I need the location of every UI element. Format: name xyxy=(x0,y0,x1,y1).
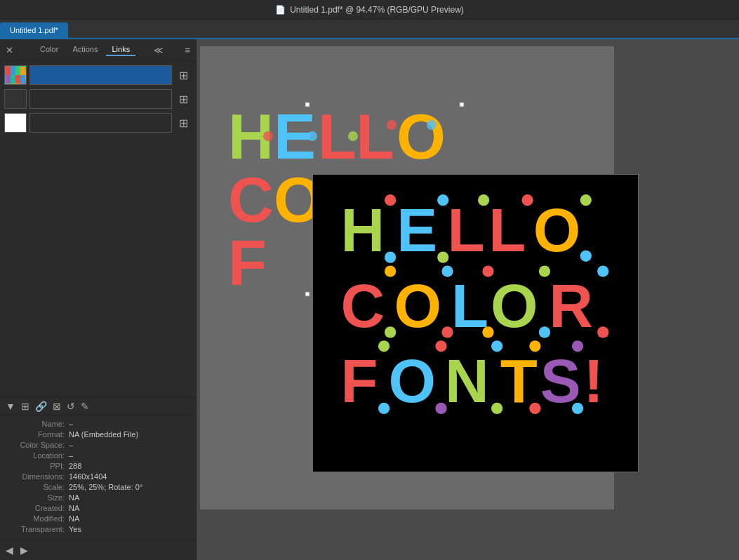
swatch-row-2: ⊞ xyxy=(4,89,192,109)
svg-point-51 xyxy=(539,326,550,338)
scale-label: Scale: xyxy=(6,483,69,491)
tab-actions[interactable]: Actions xyxy=(67,44,103,56)
svg-point-63 xyxy=(572,340,583,352)
info-dimensions-row: Dimensions: 1460x1404 xyxy=(6,472,190,481)
title-text: Untitled 1.pdf* @ 94.47% (RGB/GPU Previe… xyxy=(290,5,464,15)
svg-rect-22 xyxy=(460,102,464,107)
svg-point-34 xyxy=(580,194,592,206)
svg-point-45 xyxy=(482,265,493,276)
nav-next-button[interactable]: ▶ xyxy=(20,545,28,556)
tab-color[interactable]: Color xyxy=(34,44,64,56)
info-location-row: Location: – xyxy=(6,451,190,460)
panel-menu-icon[interactable]: ≡ xyxy=(185,45,190,55)
svg-point-31 xyxy=(437,194,448,206)
colorspace-label: Color Space: xyxy=(6,441,69,449)
svg-point-15 xyxy=(348,131,358,141)
svg-text:R: R xyxy=(549,272,597,340)
name-value: – xyxy=(69,420,190,428)
scale-value: 25%, 25%; Rotate: 0° xyxy=(69,483,190,491)
thumbnail-icon[interactable]: ⊞ xyxy=(21,401,29,412)
swatch-thumb-3[interactable] xyxy=(4,113,27,133)
size-label: Size: xyxy=(6,493,69,502)
svg-point-59 xyxy=(378,340,390,352)
svg-rect-6 xyxy=(15,75,20,84)
swatch-thumb-2[interactable] xyxy=(4,89,27,109)
edit-icon[interactable]: ✎ xyxy=(81,401,89,412)
svg-point-43 xyxy=(385,265,396,276)
dimensions-label: Dimensions: xyxy=(6,472,69,481)
panel-close-button[interactable]: ✕ xyxy=(6,45,13,55)
svg-point-60 xyxy=(435,340,446,352)
colorful-swatch-icon xyxy=(6,67,25,84)
swatches-area: ⊞ ⊞ ⊞ xyxy=(0,61,196,137)
svg-text:O: O xyxy=(397,102,448,172)
ppi-value: 288 xyxy=(69,462,190,470)
refresh-icon[interactable]: ↺ xyxy=(67,401,75,412)
svg-point-13 xyxy=(263,131,273,141)
info-transparent-row: Transparent: Yes xyxy=(6,525,190,533)
svg-point-62 xyxy=(529,340,540,352)
svg-rect-0 xyxy=(6,67,11,75)
svg-point-32 xyxy=(478,194,489,206)
preview-popup: .big { font-family: Arial Black, Arial, … xyxy=(312,174,639,472)
swatch-bar-1[interactable] xyxy=(29,65,172,85)
location-value: – xyxy=(69,451,190,460)
svg-text:N: N xyxy=(445,347,493,415)
document-tab[interactable]: Untitled 1.pdf* xyxy=(0,22,68,38)
swatch-thumb-1[interactable] xyxy=(4,65,27,85)
svg-point-50 xyxy=(482,326,493,338)
svg-point-37 xyxy=(580,251,592,262)
nav-prev-button[interactable]: ◀ xyxy=(6,545,13,556)
svg-text:F: F xyxy=(228,228,269,298)
svg-rect-21 xyxy=(305,102,309,107)
dimensions-value: 1460x1404 xyxy=(69,472,190,481)
swatch-bar-3[interactable] xyxy=(29,113,172,133)
svg-text:O: O xyxy=(388,347,439,415)
name-label: Name: xyxy=(6,420,69,428)
format-value: NA (Embedded File) xyxy=(69,430,190,439)
svg-point-68 xyxy=(572,403,583,414)
panel-collapse-icon[interactable]: ≪ xyxy=(154,45,164,55)
swatch-row-1: ⊞ xyxy=(4,65,192,85)
svg-point-66 xyxy=(491,403,502,414)
svg-text:O: O xyxy=(491,272,542,340)
svg-point-61 xyxy=(491,340,502,352)
panel: ✕ Color Actions Links ≪ ≡ xyxy=(0,39,197,560)
svg-point-64 xyxy=(378,403,390,414)
svg-point-14 xyxy=(307,131,317,141)
modified-label: Modified: xyxy=(6,514,69,523)
ppi-label: PPI: xyxy=(6,462,69,470)
swatch-add-3[interactable]: ⊞ xyxy=(175,114,192,131)
svg-point-36 xyxy=(437,251,448,262)
svg-point-47 xyxy=(597,265,608,276)
info-area: Name: – Format: NA (Embedded File) Color… xyxy=(0,415,196,540)
info-created-row: Created: NA xyxy=(6,504,190,512)
title-file-icon: 📄 xyxy=(275,5,286,15)
svg-rect-5 xyxy=(11,75,15,84)
panel-tabs: Color Actions Links xyxy=(34,44,135,56)
created-value: NA xyxy=(69,504,190,512)
svg-text:O: O xyxy=(394,272,446,340)
svg-text:H: H xyxy=(341,196,389,264)
swatch-add-1[interactable]: ⊞ xyxy=(175,67,192,84)
info-name-row: Name: – xyxy=(6,420,190,428)
colorspace-value: – xyxy=(69,441,190,449)
modified-value: NA xyxy=(69,514,190,523)
svg-text:C: C xyxy=(228,165,277,235)
swatch-add-2[interactable]: ⊞ xyxy=(175,91,192,107)
info-ppi-row: PPI: 288 xyxy=(6,462,190,470)
svg-rect-23 xyxy=(305,292,309,296)
dropdown-icon[interactable]: ▼ xyxy=(6,401,15,412)
svg-point-65 xyxy=(435,403,446,414)
svg-point-52 xyxy=(597,326,608,338)
tab-links[interactable]: Links xyxy=(106,44,135,56)
swatch-bar-2[interactable] xyxy=(29,89,172,109)
svg-point-35 xyxy=(385,251,396,262)
panel-header: ✕ Color Actions Links ≪ ≡ xyxy=(0,39,196,61)
export-icon[interactable]: ⊠ xyxy=(53,401,61,412)
transparent-value: Yes xyxy=(69,525,190,533)
link-icon[interactable]: 🔗 xyxy=(35,401,47,412)
size-value: NA xyxy=(69,493,190,502)
svg-point-16 xyxy=(387,120,397,130)
canvas-area[interactable]: .ht { font-family: Arial Black, Arial, s… xyxy=(197,39,739,560)
